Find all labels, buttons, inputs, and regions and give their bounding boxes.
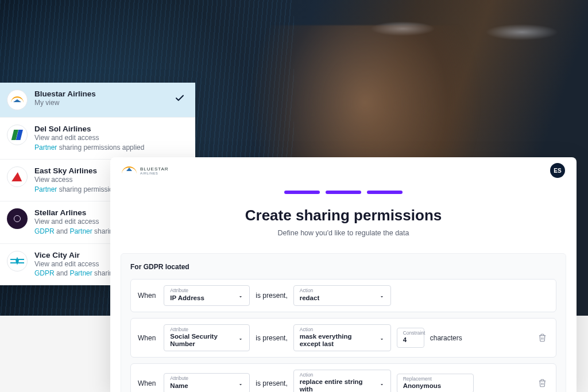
field-value: mask everything except last [300,333,373,347]
chevron-down-icon [379,334,385,344]
page-subtitle: Define how you'd like to regulate the da… [110,229,577,237]
user-avatar[interactable]: ES [550,163,565,178]
airline-access: View and edit access [34,134,186,143]
field-label: Attribute [170,327,188,332]
delete-rule-button[interactable] [535,377,549,390]
rule-row: WhenAttributeIP Addressis present,Action… [130,279,556,312]
airline-item[interactable]: Bluestar AirlinesMy view [0,83,195,118]
field-value: 4 [403,336,407,344]
airline-item[interactable]: Del Sol AirlinesView and edit accessPart… [0,118,195,160]
check-icon [175,93,185,106]
constraint-input[interactable]: Constraint4 [397,328,424,348]
field-value: replace entire string with [300,378,373,392]
chevron-down-icon [379,379,385,390]
delete-rule-button[interactable] [535,331,549,345]
field-value: IP Address [170,294,204,302]
airline-access: My view [34,99,186,108]
attribute-select[interactable]: AttributeSocial Security Number [164,324,250,351]
characters-label: characters [430,334,462,342]
when-label: When [138,334,156,342]
action-select[interactable]: Actionreplace entire string with [293,370,391,392]
when-label: When [138,379,156,387]
airline-logo-icon [7,251,28,271]
chevron-down-icon [238,334,243,344]
page-title: Create sharing permissions [110,207,577,224]
field-label: Action [300,327,314,332]
airline-logo-icon [7,166,28,187]
is-present-label: is present, [256,379,287,387]
card-topbar: BLUESTARAIRLINES ES [110,157,577,180]
attribute-select[interactable]: AttributeName [164,373,250,392]
field-label: Attribute [170,288,188,293]
airline-logo-icon [7,208,28,229]
brand-name: BLUESTARAIRLINES [140,166,169,175]
airline-logo-icon [7,90,28,110]
step-2 [326,191,361,194]
chevron-down-icon [238,379,243,390]
is-present-label: is present, [256,292,287,300]
step-1 [284,191,320,194]
field-label: Attribute [170,375,188,381]
rules-form: For GDPR located WhenAttributeIP Address… [121,253,566,392]
chevron-down-icon [379,292,385,302]
airline-logo-icon [7,125,28,145]
airline-name: Bluestar Airlines [34,90,186,98]
progress-stepper [110,191,577,194]
section-label: For GDPR located [130,263,556,271]
is-present-label: is present, [256,334,287,342]
action-select[interactable]: Actionmask everything except last [293,324,391,351]
field-label: Action [300,288,314,293]
permissions-card: BLUESTARAIRLINES ES Create sharing permi… [110,157,577,392]
when-label: When [138,292,156,300]
field-value: Social Security Number [170,333,232,347]
chevron-down-icon [238,292,243,302]
step-3 [367,191,403,194]
brand: BLUESTARAIRLINES [122,166,169,175]
replacement-input[interactable]: ReplacementAnonymous [397,374,474,392]
rule-row: WhenAttributeSocial Security Numberis pr… [130,318,556,358]
field-value: Name [170,382,188,390]
field-label: Replacement [403,376,432,382]
action-select[interactable]: Actionredact [293,285,391,306]
rule-row: WhenAttributeNameis present,Actionreplac… [130,363,556,392]
airline-name: Del Sol Airlines [34,125,186,133]
field-value: redact [300,294,320,302]
field-label: Constraint [403,330,425,336]
brand-logo-icon [122,166,137,174]
field-value: Anonymous [403,382,441,390]
field-label: Action [300,372,314,378]
airline-permissions: Partner sharing permissions applied [34,143,186,153]
attribute-select[interactable]: AttributeIP Address [164,285,250,306]
